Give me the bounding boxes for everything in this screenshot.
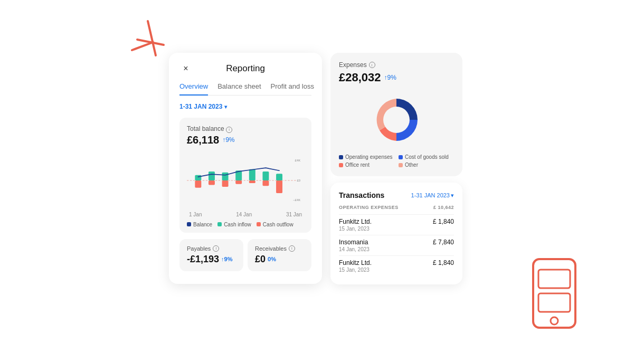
svg-point-21: [383, 107, 410, 133]
transaction-row: Funkitz Ltd. 15 Jan, 2023 £ 1,840: [339, 214, 454, 235]
receivables-card: Receivables i £0 0%: [248, 239, 311, 271]
total-balance-value: £6,118 ↑9%: [187, 134, 304, 146]
close-button[interactable]: ×: [179, 62, 192, 75]
svg-rect-20: [276, 180, 282, 193]
payables-info-icon[interactable]: i: [213, 245, 219, 252]
section-label: OPERATING EXPENSES £ 10,642: [339, 205, 454, 210]
legend-office-rent: Office rent: [339, 162, 394, 168]
bar-chart: £4K £0 ~£4K: [187, 151, 304, 209]
svg-text:~£4K: ~£4K: [293, 198, 300, 202]
svg-rect-13: [276, 174, 282, 180]
svg-point-25: [551, 317, 558, 325]
legend-balance: Balance: [187, 222, 212, 227]
svg-rect-17: [235, 180, 242, 184]
total-balance-label: Total balance i: [187, 125, 304, 133]
legend-cash-outflow: Cash outflow: [257, 222, 293, 227]
receivables-info-icon[interactable]: i: [289, 245, 295, 252]
expenses-label: Expenses i: [339, 61, 454, 69]
right-card: Expenses i £28,032 ↑9%: [330, 53, 462, 284]
tab-profit-loss[interactable]: Profit and loss: [271, 82, 314, 95]
legend-other: Other: [399, 162, 454, 168]
legend-inflow-dot: [217, 222, 222, 226]
svg-rect-15: [209, 180, 215, 185]
card-header: × Reporting: [179, 63, 311, 74]
legend-balance-dot: [187, 222, 191, 226]
decorative-phone: [528, 256, 581, 330]
svg-line-2: [132, 42, 153, 50]
payables-card: Payables i -£1,193 ↑9%: [179, 239, 243, 271]
legend-cost-goods-sold: Cost of goods sold: [399, 154, 454, 160]
payables-trend: ↑9%: [221, 256, 232, 262]
transactions-header: Transactions 1-31 JAN 2023 ▾: [339, 191, 454, 199]
svg-rect-19: [262, 180, 269, 186]
tabs-container: Overview Balance sheet Profit and loss: [179, 82, 311, 96]
total-balance-card: Total balance i £6,118 ↑9% £4K £0 ~£4K: [179, 118, 311, 233]
chart-svg: £4K £0 ~£4K: [187, 151, 304, 209]
main-container: × Reporting Overview Balance sheet Profi…: [169, 53, 462, 284]
chart-legend: Balance Cash inflow Cash outflow: [187, 222, 304, 227]
svg-rect-7: [195, 175, 201, 180]
legend-cash-inflow: Cash inflow: [217, 222, 251, 227]
payables-value: -£1,193 ↑9%: [187, 254, 236, 265]
balance-trend: ↑9%: [222, 136, 234, 144]
svg-rect-18: [249, 180, 255, 183]
donut-chart: [339, 91, 454, 149]
transaction-row: Insomania 14 Jan, 2023 £ 7,840: [339, 235, 454, 255]
svg-line-0: [148, 21, 156, 55]
chevron-down-icon: ▾: [224, 104, 227, 110]
payables-label: Payables i: [187, 245, 236, 252]
svg-rect-16: [222, 180, 229, 187]
expenses-trend: ↑9%: [384, 74, 396, 81]
receivables-trend: 0%: [268, 256, 276, 262]
transactions-chevron-icon: ▾: [451, 192, 454, 199]
svg-rect-9: [222, 172, 229, 180]
expenses-info-icon[interactable]: i: [369, 62, 375, 68]
legend-operating-expenses: Operating expenses: [339, 154, 394, 160]
chart-axis-labels: 1 Jan 14 Jan 31 Jan: [187, 212, 304, 217]
svg-rect-23: [538, 270, 570, 288]
svg-rect-11: [249, 169, 255, 180]
expenses-card: Expenses i £28,032 ↑9%: [330, 53, 462, 176]
receivables-label: Receivables i: [255, 245, 304, 252]
transaction-row: Funkitz Ltd. 15 Jan, 2023 £ 1,840: [339, 255, 454, 276]
transactions-card: Transactions 1-31 JAN 2023 ▾ OPERATING E…: [330, 183, 462, 284]
transactions-title: Transactions: [339, 191, 384, 199]
legend-outflow-dot: [257, 222, 261, 226]
left-card: × Reporting Overview Balance sheet Profi…: [169, 53, 322, 284]
svg-rect-14: [195, 180, 201, 188]
transactions-date-filter[interactable]: 1-31 JAN 2023 ▾: [411, 192, 454, 199]
svg-rect-12: [262, 171, 269, 180]
donut-legend: Operating expenses Cost of goods sold Of…: [339, 154, 454, 168]
receivables-value: £0 0%: [255, 254, 304, 265]
tab-balance-sheet[interactable]: Balance sheet: [217, 82, 261, 95]
tab-overview[interactable]: Overview: [179, 82, 208, 96]
info-icon[interactable]: i: [226, 127, 232, 133]
svg-rect-24: [538, 293, 570, 312]
expenses-value: £28,032 ↑9%: [339, 71, 454, 84]
date-filter[interactable]: 1-31 JAN 2023 ▾: [179, 103, 311, 110]
donut-svg: [362, 91, 431, 149]
card-title: Reporting: [226, 63, 265, 74]
metrics-row: Payables i -£1,193 ↑9% Receivables i £0 …: [179, 239, 311, 271]
svg-rect-8: [209, 171, 215, 180]
svg-text:£4K: £4K: [295, 159, 301, 162]
svg-text:£0: £0: [297, 178, 301, 182]
